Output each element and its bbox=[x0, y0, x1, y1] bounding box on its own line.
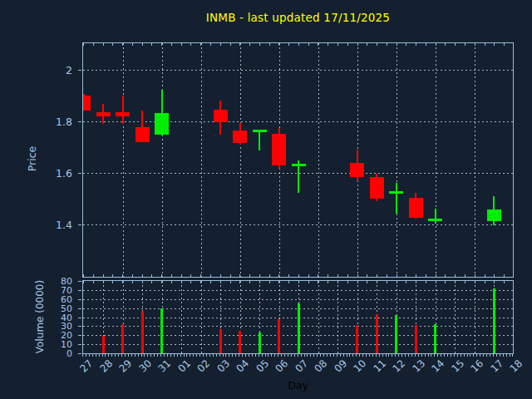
day-tick-label-text: 16 bbox=[469, 357, 486, 375]
price-tick-label: 1.6 bbox=[56, 166, 72, 179]
price-tick-mark bbox=[78, 70, 81, 71]
price-gridline bbox=[436, 43, 436, 277]
day-tick-label-text: 29 bbox=[117, 357, 135, 375]
volume-bar bbox=[298, 303, 300, 353]
price-bottom-ticks bbox=[83, 274, 513, 277]
inmb-candlestick-chart: INMB - last updated 17/11/2025 Price Vol… bbox=[0, 0, 532, 399]
price-tick-mark bbox=[78, 224, 81, 225]
volume-tick-mark bbox=[78, 344, 81, 345]
volume-axis-title: Volume (0000) bbox=[34, 280, 46, 353]
price-tick-label: 1.4 bbox=[56, 218, 72, 230]
volume-bar bbox=[434, 324, 436, 353]
volume-tick-mark bbox=[78, 299, 81, 300]
price-tick-label: 2 bbox=[66, 63, 72, 76]
candle-body bbox=[253, 130, 267, 132]
price-gridline bbox=[240, 43, 241, 277]
volume-bar bbox=[415, 325, 417, 353]
volume-bar bbox=[160, 308, 163, 353]
day-tick-label-text: 07 bbox=[293, 357, 310, 375]
day-tick-label-text: 12 bbox=[391, 357, 408, 375]
chart-title: INMB - last updated 17/11/2025 bbox=[82, 11, 514, 24]
day-tick-label-text: 31 bbox=[156, 357, 174, 375]
day-tick-label-text: 11 bbox=[371, 357, 388, 375]
volume-plot-area bbox=[83, 281, 513, 353]
volume-gridline bbox=[318, 281, 319, 353]
candle-wick bbox=[122, 96, 124, 123]
volume-top-ticks bbox=[83, 281, 513, 283]
day-tick-label-text: 13 bbox=[410, 357, 427, 375]
day-tick-label-text: 27 bbox=[78, 357, 96, 375]
price-gridline bbox=[475, 43, 475, 277]
day-tick-label-text: 28 bbox=[97, 357, 115, 375]
day-tick-label-text: 15 bbox=[449, 357, 466, 375]
day-tick-label-text: 09 bbox=[332, 357, 349, 375]
volume-tick-mark bbox=[78, 335, 81, 336]
candle-body bbox=[272, 134, 286, 165]
candle-body bbox=[116, 112, 130, 116]
candle-body bbox=[96, 112, 111, 116]
candle-body bbox=[428, 219, 442, 221]
volume-tick-mark bbox=[78, 308, 81, 309]
volume-tick-mark bbox=[78, 353, 81, 354]
price-gridline bbox=[83, 224, 513, 225]
day-axis-ticks bbox=[82, 354, 514, 357]
price-axis-title: Price bbox=[26, 146, 38, 172]
price-gridline bbox=[123, 43, 124, 277]
volume-bar bbox=[239, 331, 241, 353]
price-gridline bbox=[83, 121, 513, 122]
day-tick-label-text: 14 bbox=[430, 357, 447, 375]
volume-gridline bbox=[475, 281, 475, 353]
day-axis-title: Day bbox=[82, 379, 514, 392]
day-tick-label-text: 17 bbox=[488, 357, 505, 375]
price-gridline bbox=[318, 43, 319, 277]
price-tick-label: 1.8 bbox=[56, 115, 72, 127]
day-tick-label-text: 04 bbox=[234, 357, 252, 375]
volume-bar bbox=[376, 314, 378, 353]
candle-body bbox=[155, 113, 169, 135]
price-gridline bbox=[201, 43, 202, 277]
price-gridline bbox=[162, 43, 163, 277]
volume-tick-mark bbox=[78, 318, 81, 318]
volume-bar bbox=[493, 288, 495, 353]
day-tick-label-text: 30 bbox=[136, 357, 154, 375]
candle-wick bbox=[259, 130, 260, 151]
price-top-ticks bbox=[83, 43, 513, 46]
volume-tick-mark bbox=[78, 290, 81, 291]
candle-body bbox=[233, 131, 247, 143]
volume-gridline bbox=[455, 281, 456, 353]
volume-gridline bbox=[181, 281, 182, 353]
price-gridline bbox=[397, 43, 397, 277]
candle-body bbox=[135, 127, 150, 141]
volume-tick-mark bbox=[78, 281, 81, 282]
candle-body bbox=[370, 177, 384, 199]
day-tick-label-text: 08 bbox=[313, 357, 330, 375]
day-tick-label-text: 05 bbox=[254, 357, 271, 375]
candle-wick bbox=[396, 183, 397, 214]
volume-bar bbox=[102, 336, 105, 353]
volume-bar bbox=[259, 332, 261, 353]
day-tick-label-text: 03 bbox=[214, 357, 232, 375]
candle-body bbox=[389, 191, 403, 194]
candle-body bbox=[214, 110, 228, 122]
candle-body bbox=[83, 96, 91, 111]
volume-bar bbox=[356, 325, 358, 353]
price-panel bbox=[82, 42, 514, 278]
price-plot-area bbox=[83, 43, 513, 277]
volume-gridline bbox=[337, 281, 338, 353]
day-tick-label-text: 01 bbox=[175, 357, 193, 375]
candle-body bbox=[409, 198, 423, 218]
day-tick-label-text: 10 bbox=[352, 357, 369, 375]
candle-body bbox=[350, 163, 364, 177]
volume-bar bbox=[219, 329, 222, 353]
volume-panel bbox=[82, 280, 514, 354]
day-tick-label-text: 18 bbox=[508, 357, 525, 375]
day-tick-label-text: 06 bbox=[273, 357, 291, 375]
volume-tick-mark bbox=[78, 326, 81, 327]
volume-bar bbox=[278, 319, 280, 353]
price-gridline bbox=[83, 70, 513, 71]
day-tick-label-text: 02 bbox=[195, 357, 213, 375]
volume-gridline bbox=[201, 281, 202, 353]
candle-body bbox=[292, 164, 306, 166]
volume-tick-label: 0 bbox=[66, 348, 72, 359]
volume-bar bbox=[121, 324, 124, 353]
